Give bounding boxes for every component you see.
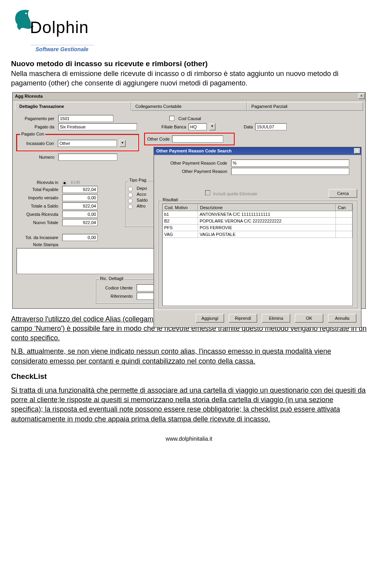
dolphin-mark-icon: Dolphin	[11, 8, 102, 43]
field-tot-da-incassare: 0,00	[62, 234, 98, 241]
lbl-other-code: Other Code	[147, 137, 170, 141]
lbl-totale-saldo: Totale a Saldo	[17, 204, 60, 208]
close-icon[interactable]: ×	[358, 93, 365, 99]
search-titlebar: Other Payment Reason Code Search ×	[154, 147, 361, 155]
field-pagamento-per[interactable]: 1501	[58, 115, 113, 122]
aggiungi-button[interactable]: Aggiungi	[196, 314, 224, 323]
radio-saldo[interactable]	[128, 198, 133, 203]
lbl-cod-causal: Cod Causal	[178, 116, 201, 121]
svg-text:Dolphin: Dolphin	[30, 18, 89, 37]
section-title-checklist: CheckList	[11, 371, 367, 382]
field-search-code[interactable]: %	[231, 160, 349, 167]
svg-point-0	[25, 13, 27, 14]
currency-value: EUR	[71, 180, 80, 185]
list-item[interactable]: PFSPOS FERROVIE	[163, 224, 352, 231]
lbl-search-code: Other Payment Reason Code	[158, 161, 229, 165]
group-risultati: Risultati Cod. Motivo Descrizione Can b1…	[158, 200, 357, 308]
footer-url: www.dolphinitalia.it	[11, 436, 367, 442]
lbl-pagamento-per: Pagamento per	[17, 116, 56, 121]
field-pagato-da[interactable]: Six Firstissue	[58, 123, 137, 130]
field-importo-versato: 0,00	[62, 194, 98, 201]
dropdown-filiale-banca-icon[interactable]: ▼	[209, 123, 215, 130]
tabs: Dettaglio Transazione Collegamento Conta…	[15, 102, 363, 111]
field-search-reason[interactable]	[231, 168, 349, 175]
lbl-riferimento: Riferimento	[99, 294, 134, 299]
results-header: Cod. Motivo Descrizione Can	[163, 204, 352, 211]
field-filiale-banca[interactable]: HQ	[189, 123, 207, 130]
lbl-tot-da-incassare: Tot. da Incassare	[17, 235, 60, 240]
lbl-nuovo-totale: Nuovo Totale	[17, 220, 60, 225]
chk-includi-eliminate	[205, 190, 210, 195]
field-incassato-con[interactable]: Other	[58, 140, 117, 147]
lbl-data: Data	[244, 124, 253, 129]
radio-acco[interactable]	[128, 193, 133, 197]
paragraph-3: N.B. attualmente, se non viene indicato …	[11, 347, 367, 366]
lbl-numero: Numero	[17, 155, 56, 160]
group-other-code: Other Code	[144, 133, 235, 145]
window-title: Agg Ricevuta	[15, 94, 43, 98]
list-item[interactable]: B2POPOLARE VERONA C/C 222222222222	[163, 218, 352, 224]
lbl-search-reason: Other Payment Reason	[158, 169, 229, 174]
lbl-filiale-banca: Filiale Banca	[161, 124, 186, 129]
ok-button[interactable]: OK	[295, 314, 323, 323]
field-numero[interactable]	[58, 154, 117, 161]
lbl-importo-versato: Importo versato	[17, 195, 60, 200]
agg-ricevuta-titlebar: Agg Ricevuta ×	[13, 93, 365, 100]
field-questa-ricevuta[interactable]: 0,00	[62, 211, 98, 218]
popup-button-row: Aggiungi Riprendi Elimina OK Annulla	[154, 310, 361, 327]
lbl-ricevuta-in: Ricevuta in	[17, 180, 60, 185]
col-descrizione: Descrizione	[198, 204, 336, 211]
lbl-acco: Acco	[137, 192, 146, 197]
lbl-altro: Altro	[137, 204, 146, 208]
radio-altro[interactable]	[128, 204, 133, 209]
field-nuovo-totale: 922,04	[62, 219, 98, 226]
search-close-icon[interactable]: ×	[354, 148, 360, 154]
radio-currency[interactable]	[62, 181, 67, 185]
legend-tipo-pag: Tipo Pag	[128, 178, 148, 182]
agg-ricevuta-window: Agg Ricevuta × Dettaglio Transazione Col…	[12, 92, 366, 309]
chk-cod-causal[interactable]	[169, 116, 174, 121]
legend-pagato-con: Pagato Con	[20, 132, 45, 136]
cerca-button[interactable]: Cerca	[329, 189, 357, 198]
riprendi-button[interactable]: Riprendi	[229, 314, 257, 323]
lbl-total-payable: Total Payable	[17, 187, 60, 192]
lbl-saldo: Saldo	[137, 198, 148, 202]
lbl-depo: Depo	[137, 186, 147, 191]
col-cod-motivo: Cod. Motivo	[163, 204, 198, 211]
lbl-codice-utente: Codice Utente	[99, 286, 134, 290]
brand-logo: Dolphin Software Gestionale	[11, 8, 367, 52]
paragraph-1: Nella maschera di emissione delle ricevu…	[11, 69, 367, 88]
tab-pagamenti-parziali[interactable]: Pagamenti Parziali	[247, 102, 363, 111]
legend-ric-dettagli: Ric. Dettagli	[99, 276, 124, 281]
section-title-other: Nuovo metodo di incasso su ricevute e ri…	[11, 59, 367, 68]
tab-dettaglio-transazione[interactable]: Dettaglio Transazione	[15, 102, 131, 111]
lbl-pagato-da: Pagato da	[17, 124, 56, 129]
legend-risultati: Risultati	[161, 197, 179, 202]
dropdown-incassato-con-icon[interactable]: ▼	[119, 140, 126, 147]
group-pagato-con: Pagato Con Incassato Con Other ▼	[17, 134, 139, 151]
lbl-note-stampa: Note Stampa	[17, 242, 60, 247]
field-data[interactable]: 19JUL07	[255, 123, 287, 130]
field-total-payable: 922,04	[62, 186, 98, 193]
elimina-button[interactable]: Elimina	[262, 314, 290, 323]
radio-depo[interactable]	[128, 187, 133, 191]
col-can: Can	[336, 204, 352, 211]
search-title: Other Payment Reason Code Search	[156, 148, 232, 153]
annulla-button[interactable]: Annulla	[328, 314, 356, 323]
brand-subtitle: Software Gestionale	[35, 46, 367, 52]
list-item[interactable]: b1ANTONVENETA C/C 111111111111	[163, 211, 352, 218]
tab-collegamento-contabile[interactable]: Collegamento Contabile	[131, 102, 247, 111]
paragraph-4: Si tratta di una funzionalità che permet…	[11, 386, 367, 424]
results-list[interactable]: Cod. Motivo Descrizione Can b1ANTONVENET…	[162, 204, 353, 306]
lbl-questa-ricevuta: Questa Ricevuta	[17, 212, 60, 217]
lbl-includi-eliminate: Includi quelle Eliminate	[213, 191, 258, 196]
list-item[interactable]: VAGVAGLIA POSTALE	[163, 231, 352, 238]
field-totale-saldo: 922,04	[62, 202, 98, 210]
lbl-incassato-con: Incassato Con	[20, 141, 56, 146]
other-payment-search-window: Other Payment Reason Code Search × Other…	[154, 147, 361, 328]
field-other-code[interactable]	[172, 135, 223, 143]
